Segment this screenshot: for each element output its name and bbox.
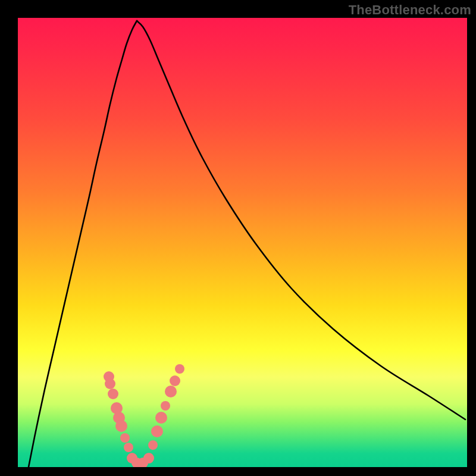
marker-point xyxy=(155,412,167,424)
plot-area xyxy=(18,18,467,467)
marker-point xyxy=(120,433,130,443)
marker-point xyxy=(105,378,115,389)
watermark-text: TheBottleneck.com xyxy=(349,2,471,18)
marker-point xyxy=(170,375,180,386)
marker-point xyxy=(115,420,127,432)
marker-point xyxy=(148,440,158,450)
marker-point xyxy=(161,401,170,411)
marker-point xyxy=(151,425,163,437)
marker-layer xyxy=(18,18,467,467)
marker-point xyxy=(108,389,118,399)
chart-frame: TheBottleneck.com xyxy=(0,0,476,476)
marker-point xyxy=(143,453,154,464)
marker-point xyxy=(165,386,177,397)
marker-point xyxy=(175,364,184,374)
marker-point xyxy=(124,443,133,452)
